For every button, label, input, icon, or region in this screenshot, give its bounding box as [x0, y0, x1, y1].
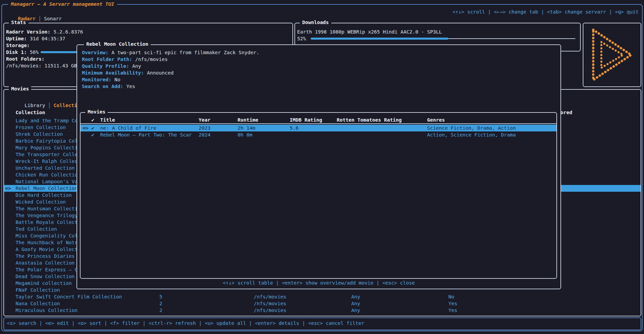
stat-root-folder-size: /nfs/movies: 11511.43 GB — [6, 62, 77, 69]
field-value: /nfs/movies — [135, 57, 168, 62]
stat-root-folders-heading: Root Folders: — [6, 56, 48, 62]
download-item-name: Earth 1998 1080p WEBRip x265 Hindi AAC2.… — [297, 28, 442, 35]
collection-root_folder: /nfs/movies — [254, 307, 286, 314]
collection-root_folder: /nfs/movies — [254, 293, 286, 300]
collection-name: Frozen Collection — [16, 124, 66, 131]
collection-name: Mary Poppins Collecti — [16, 144, 77, 151]
collection-name: Ted Collection — [16, 226, 57, 232]
collection-name: Megamind collection — [16, 280, 72, 287]
tab-separator: │ — [48, 103, 51, 108]
collection-quality_profile: Any — [351, 300, 360, 307]
top-keybind-hints: <↑↓> scroll | <←→> change tab | <tab> ch… — [452, 8, 639, 15]
tab-radarr[interactable]: Radarr — [18, 16, 36, 21]
field-monitored: Monitored:No — [82, 76, 120, 83]
movie-check: ✔ — [91, 125, 94, 131]
collection-name: Uncharted Collection — [16, 165, 75, 171]
field-label: Overview: — [82, 50, 109, 55]
field-overview: Overview:A two-part sci-fi epic from fil… — [82, 49, 259, 56]
stat-label: Root Folders: — [6, 56, 45, 62]
field-root-folder: Root Folder Path:/nfs/movies — [82, 56, 168, 63]
collection-name: The Transporter Colle — [16, 151, 77, 158]
stat-storage-heading: Storage: — [6, 42, 33, 49]
field-value: Any — [132, 63, 141, 69]
modal-keybind-hints: <↑↓> scroll table | <enter> show overvie… — [77, 279, 560, 286]
collection-movies: 2 — [159, 300, 162, 307]
header-runtime: Runtime — [238, 117, 258, 123]
header-imdb-rating: IMDB Rating — [290, 117, 322, 123]
collection-name: Barbie Fairytopia Col — [16, 138, 77, 144]
movie-genres: Action, Science Fiction, Drama — [427, 131, 516, 138]
collection-name: A Goofy Movie Collect — [16, 246, 77, 253]
movie-title: ne: A Child of Fire — [100, 125, 156, 131]
stat-value: 5.2.6.8376 — [53, 29, 83, 35]
modal-title: Rebel Moon Collection — [84, 41, 151, 47]
header-check: ✔ — [91, 117, 94, 123]
field-label: Root Folder Path: — [82, 57, 132, 62]
managarr-logo-icon — [590, 27, 635, 83]
stat-label: Uptime: — [6, 36, 27, 41]
tab-sonarr[interactable]: Sonarr — [44, 16, 62, 21]
selection-marker: => — [5, 185, 11, 192]
field-search-on-add: Search on Add:Yes — [82, 83, 135, 90]
field-label: Minimum Availability: — [82, 70, 144, 76]
collection-monitored: Yes — [448, 300, 457, 307]
collection-name: The Vengeance Trilogy — [16, 212, 77, 219]
movie-row[interactable]: ✔Rebel Moon – Part Two: The Scar20240h 0… — [81, 131, 556, 138]
collection-column-header: Collection — [16, 110, 45, 115]
modal-movies-table-title: Movies — [85, 109, 108, 114]
downloads-panel-title: Downloads — [300, 20, 331, 25]
bottom-keybind-hints: <s> search | <e> edit | <o> sort | <f> f… — [7, 320, 364, 327]
collection-name: FNaF Collection — [16, 287, 60, 293]
collection-name: Chicken Run Collectio — [16, 171, 77, 178]
tab-library[interactable]: Library — [24, 103, 45, 108]
stat-radarr-version: Radarr Version:5.2.6.8376 — [6, 28, 83, 35]
stat-value: 31d 04:35:37 — [30, 36, 65, 41]
collection-name: Miraculous Collection — [16, 307, 77, 314]
logo-panel — [583, 23, 641, 87]
collection-monitored: No — [448, 293, 454, 300]
collection-name: Wicked Collection — [16, 199, 66, 205]
field-value: Yes — [126, 84, 135, 89]
collection-movies: 2 — [159, 307, 162, 314]
header-genres: Genres — [427, 117, 445, 123]
header-year: Year — [199, 117, 210, 123]
movie-runtime: 0h 0m — [238, 131, 252, 138]
stat-disk: Disk 1:56% — [6, 49, 39, 56]
stat-value: 56% — [30, 49, 39, 55]
collection-row[interactable]: Taylor Swift Concert Film Collection5/nf… — [4, 293, 641, 300]
bottom-keybind-bar: <s> search | <e> edit | <o> sort | <f> f… — [3, 317, 641, 330]
field-label: Search on Add: — [82, 84, 123, 89]
downloads-gauge-fill — [311, 38, 448, 40]
field-value: Announced — [147, 70, 174, 76]
app-root: Managarr — A Servarr management TUI Rada… — [0, 0, 644, 334]
stat-value: /nfs/movies: 11511.43 GB — [6, 63, 77, 68]
movie-title: Rebel Moon – Part Two: The Scar — [100, 131, 192, 138]
collection-quality_profile: Any — [351, 307, 360, 314]
collection-name: The Hunchback of Notr — [16, 239, 77, 246]
movie-imdb: 5.6 — [290, 125, 298, 131]
field-minimum-availability: Minimum Availability:Announced — [82, 69, 174, 76]
collection-root_folder: /nfs/movies — [254, 300, 286, 307]
collection-name: Taylor Swift Concert Film Collection — [16, 293, 122, 300]
table-header-divider — [81, 123, 556, 124]
collection-name: Anastasia Collection — [16, 259, 75, 266]
collection-name: Lady and the Tramp Co — [16, 117, 77, 124]
movie-row[interactable]: =>✔ne: A Child of Fire20232h 14m5.6Scien… — [81, 125, 556, 131]
selection-marker: => — [83, 125, 88, 131]
collection-name: The Princess Diaries — [16, 253, 75, 259]
monitored-column-header-fragment: ored — [560, 110, 572, 115]
collection-name: Nana Collection — [16, 300, 60, 307]
movie-year: 2023 — [199, 125, 210, 131]
stat-label: Storage: — [6, 43, 30, 48]
field-quality-profile: Quality Profile:Any — [82, 63, 141, 69]
collection-name: National Lampoon's Va — [16, 178, 77, 185]
movie-runtime: 2h 14m — [238, 125, 255, 131]
collection-quality_profile: Any — [351, 293, 360, 300]
field-value: A two-part sci-fi epic from filmmaker Za… — [112, 50, 260, 55]
collection-row[interactable]: Miraculous Collection2/nfs/moviesAnyYes — [4, 307, 641, 314]
collection-name: Miss Congeniality Col — [16, 232, 77, 239]
servarr-tabs: Radarr│Sonarr — [6, 8, 62, 15]
movie-rows: =>✔ne: A Child of Fire20232h 14m5.6Scien… — [81, 125, 556, 138]
modal-movies-table: Movies ✔ Title Year Runtime IMDB Rating … — [80, 112, 557, 279]
collection-row[interactable]: Nana Collection2/nfs/moviesAnyYes — [4, 300, 641, 307]
